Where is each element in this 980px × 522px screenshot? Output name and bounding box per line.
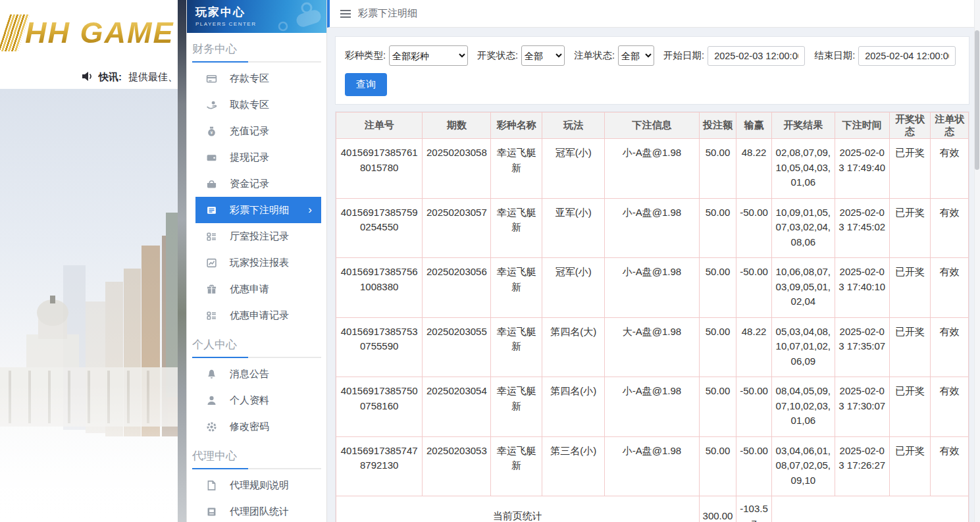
col-bet-amount: 投注额 [699,113,736,139]
ticker-label: 快讯: [99,71,122,84]
end-date-input[interactable] [858,46,956,66]
cell-play-type: 冠军(小) [542,139,605,199]
sidebar-item[interactable]: 代理团队统计 [195,498,321,522]
col-play-type: 玩法 [542,113,605,139]
sidebar-item-label: 优惠申请记录 [230,309,289,322]
end-date-label: 结束日期: [814,49,855,62]
cell-bet-time: 2025-02-03 17:45:02 [835,198,889,258]
sidebar-item[interactable]: 提现记录 [195,144,321,170]
sidebar-item[interactable]: 存款专区 [195,65,321,91]
cell-draw-result: 08,04,05,09,07,10,02,03,01,06 [771,377,835,437]
withdraw-hand-icon [206,99,217,111]
cell-win-loss: -50.00 [736,436,772,496]
cell-bet-amount: 50.00 [699,139,736,199]
hamburger-menu-icon[interactable] [340,10,351,18]
sidebar-item[interactable]: 资金记录 [195,170,321,197]
cell-bet-info: 小-A盘@1.98 [605,436,699,496]
cell-bet-time: 2025-02-03 17:40:10 [835,258,889,318]
sidebar-item-label: 资金记录 [230,178,269,190]
cell-draw-result: 02,08,07,09,10,05,04,03,01,06 [771,139,835,199]
sidebar-item[interactable]: 消息公告 [195,361,321,387]
gear-icon [206,421,217,432]
col-bet-time: 下注时间 [835,113,889,139]
cell-period: 20250203056 [423,258,491,318]
cell-period: 20250203054 [423,377,491,437]
cell-draw-status: 已开奖 [889,377,931,437]
sidebar-item[interactable]: 个人资料 [195,387,321,413]
cell-win-loss: 48.22 [736,317,772,377]
book-icon [206,506,217,517]
cell-draw-status: 已开奖 [889,436,931,496]
table-row: 40156917385747879213020250203053幸运飞艇新第三名… [336,436,969,496]
cell-bet-info: 小-A盘@1.98 [605,377,699,437]
sidebar: 玩家中心 PLAYERS CENTER 财务中心存款专区取款专区¥充值记录提现记… [186,0,327,522]
room-list-icon [206,231,217,242]
sidebar-item-label: 个人资料 [230,394,269,407]
cell-order-status: 有效 [931,139,969,199]
section-divider [192,468,321,469]
window-scrollbar-thumb[interactable] [975,30,979,170]
sidebar-item-label: 取款专区 [230,99,269,111]
cell-bet-info: 小-A盘@1.98 [605,198,699,258]
sidebar-item-label: 代理团队统计 [230,506,289,518]
cell-bet-info: 小-A盘@1.98 [605,258,699,318]
background-edge-strip [178,0,186,522]
report-chart-icon [206,257,217,269]
bell-icon [206,369,217,380]
cell-period: 20250203055 [423,317,491,377]
sidebar-item[interactable]: 代理规则说明 [195,472,321,498]
cell-win-loss: 48.22 [736,139,772,199]
sidebar-item[interactable]: 优惠申请记录 [195,302,321,328]
chevron-right-icon: › [308,203,312,217]
sidebar-item-label: 代理规则说明 [230,479,289,492]
col-draw-status: 开奖状态 [889,113,931,139]
cell-win-loss: -50.00 [736,258,772,318]
cell-bet-time: 2025-02-03 17:26:27 [835,436,889,496]
table-row: 40156917385759025455020250203057幸运飞艇新亚军(… [336,198,969,258]
cell-bet-id: 401569173857530755590 [336,317,423,377]
cell-order-status: 有效 [931,258,969,318]
col-bet-info: 下注信息 [605,113,699,139]
order-status-select[interactable]: 全部 [618,45,654,66]
sidebar-item[interactable]: 取款专区 [195,91,321,118]
cell-play-type: 冠军(小) [542,258,605,318]
cell-win-loss: -50.00 [736,377,772,437]
cell-period: 20250203057 [423,198,491,258]
promo-list-icon [206,310,217,321]
col-draw-result: 开奖结果 [771,113,835,139]
cell-bet-id: 401569173857478792130 [336,436,423,496]
cell-lottery-name: 幸运飞艇新 [491,258,542,318]
main-topbar: 彩票下注明细 [327,0,980,28]
sidebar-item[interactable]: ¥充值记录 [195,118,321,144]
start-date-label: 开始日期: [663,49,704,62]
cell-bet-id: 401569173857561008380 [336,258,423,318]
deposit-card-icon [206,73,217,84]
sidebar-item[interactable]: 厅室投注记录 [195,223,321,249]
sidebar-item[interactable]: 优惠申请 [195,276,321,302]
sidebar-item[interactable]: 玩家投注报表 [195,249,321,276]
query-button[interactable]: 查询 [345,73,387,96]
bets-table-card: 注单号期数彩种名称玩法下注信息投注额输赢开奖结果下注时间开奖状态注单状态 401… [335,111,969,522]
sidebar-item-label: 厅室投注记录 [230,230,289,243]
start-date-input[interactable] [708,46,805,66]
col-bet-id: 注单号 [336,113,423,139]
cell-period: 20250203058 [423,139,491,199]
withdraw-wallet-icon [206,152,217,163]
col-period: 期数 [423,113,491,139]
sidebar-item-label: 消息公告 [230,368,269,380]
cell-lottery-name: 幸运飞艇新 [491,377,542,437]
cell-bet-amount: 50.00 [699,436,736,496]
sidebar-item-label: 提现记录 [230,151,269,164]
summary-label: 当前页统计 [336,496,700,522]
lottery-type-select[interactable]: 全部彩种 [389,45,468,66]
city-background-image [0,89,178,522]
cell-order-status: 有效 [931,317,969,377]
sidebar-item[interactable]: 修改密码 [195,413,321,440]
cell-bet-amount: 50.00 [699,258,736,318]
cell-draw-status: 已开奖 [889,139,931,199]
sidebar-item[interactable]: 彩票下注明细› [195,197,321,223]
cell-order-status: 有效 [931,198,969,258]
funds-purse-icon [206,178,217,190]
cell-play-type: 第三名(小) [542,436,605,496]
draw-status-select[interactable]: 全部 [521,45,565,66]
